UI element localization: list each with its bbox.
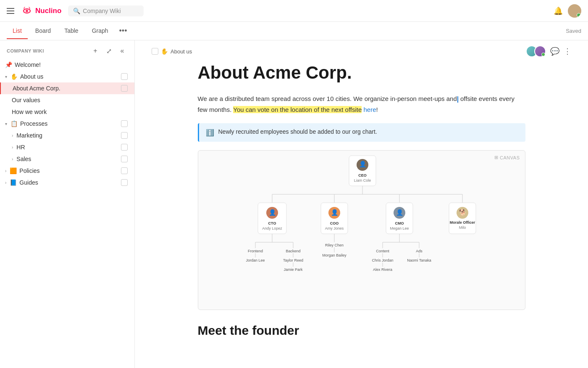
how-we-work-label: How we work <box>12 109 128 115</box>
svg-text:Jordan Lee: Jordan Lee <box>246 258 265 262</box>
chevron-right-icon-hr: › <box>12 145 13 150</box>
sidebar-item-guides[interactable]: › 📘 Guides <box>0 177 134 188</box>
wave-icon: ✋ <box>10 73 18 80</box>
more-options-button[interactable]: ⋮ <box>564 47 571 56</box>
about-acme-check[interactable] <box>121 85 128 92</box>
tab-more-button[interactable]: ••• <box>118 25 129 37</box>
sidebar-item-about-acme[interactable]: About Acme Corp. <box>0 82 134 94</box>
section-title-founder: Meet the founder <box>198 323 525 338</box>
saved-status: Saved <box>566 28 581 34</box>
svg-text:Taylor Reed: Taylor Reed <box>283 258 303 262</box>
breadcrumb-bar: ✋ About us 💬 ⋮ <box>135 40 588 62</box>
processes-label: Processes <box>20 120 118 127</box>
info-icon: ℹ️ <box>206 129 214 137</box>
tab-graph[interactable]: Graph <box>86 23 114 39</box>
svg-text:Frontend: Frontend <box>247 249 262 253</box>
policies-label: Policies <box>19 167 118 174</box>
search-bar[interactable]: 🔍 Company Wiki <box>68 5 144 16</box>
user-avatar[interactable] <box>568 4 581 18</box>
svg-text:Morgan Bailey: Morgan Bailey <box>322 253 346 257</box>
org-chart-svg: 👤 CEO Liam Cole <box>198 151 525 302</box>
sidebar-item-label: Welcome! <box>15 61 128 68</box>
content-inner: About Acme Corp. We are a distributed te… <box>181 62 542 355</box>
notifications-button[interactable]: 🔔 <box>554 6 563 16</box>
clipboard-icon: 📋 <box>10 120 18 127</box>
top-nav: Nuclino 🔍 Company Wiki 🔔 <box>0 0 588 22</box>
sidebar-actions: + ⤢ « <box>90 45 128 56</box>
sidebar-item-marketing[interactable]: › Marketing <box>0 130 134 141</box>
sidebar-add-button[interactable]: + <box>90 45 101 56</box>
svg-text:COO: COO <box>330 221 339 225</box>
content-area: ✋ About us 💬 ⋮ About Acme Corp. We are a… <box>135 40 588 368</box>
svg-text:Milo: Milo <box>459 225 466 230</box>
svg-text:Liam Cole: Liam Cole <box>354 178 371 183</box>
hamburger-button[interactable] <box>7 8 14 14</box>
chevron-right-icon-sales: › <box>12 157 13 161</box>
chevron-right-icon-marketing: › <box>12 133 13 138</box>
svg-text:Megan Lee: Megan Lee <box>390 226 409 230</box>
svg-text:Morale Officer: Morale Officer <box>449 220 475 225</box>
tab-board[interactable]: Board <box>29 23 57 39</box>
svg-point-1 <box>26 10 28 12</box>
sales-check[interactable] <box>121 156 128 162</box>
app-name: Nuclino <box>35 7 61 15</box>
svg-text:👤: 👤 <box>331 209 338 216</box>
org-chart-canvas: ⊞ CANVAS 👤 CEO Liam Cole <box>198 150 525 310</box>
chevron-right-icon-policies: › <box>5 169 6 173</box>
svg-text:Riley Chen: Riley Chen <box>325 243 343 247</box>
processes-check[interactable] <box>121 120 128 127</box>
info-text: Newly recruited employees should be adde… <box>218 128 377 135</box>
svg-text:👤: 👤 <box>268 209 276 216</box>
sidebar-item-sales[interactable]: › Sales <box>0 153 134 165</box>
tab-list[interactable]: List <box>7 23 28 39</box>
collaborators-group <box>526 45 546 57</box>
sidebar-item-about-us[interactable]: ▾ ✋ About us <box>0 71 134 82</box>
sidebar-item-welcome[interactable]: 📌 Welcome! <box>0 59 134 71</box>
svg-text:Content: Content <box>376 249 389 253</box>
svg-text:Ads: Ads <box>416 249 423 253</box>
sales-label: Sales <box>16 156 118 162</box>
here-link[interactable]: here <box>364 106 376 113</box>
body-text-1: We are a distributed team spread across … <box>198 95 457 102</box>
svg-text:Backend: Backend <box>286 249 300 253</box>
sidebar-title: COMPANY WIKI <box>7 48 87 53</box>
svg-text:Alex Rivera: Alex Rivera <box>373 267 392 272</box>
search-icon: 🔍 <box>73 8 80 14</box>
sidebar-item-hr[interactable]: › HR <box>0 141 134 153</box>
sidebar-collapse-button[interactable]: « <box>117 45 128 56</box>
guides-icon: 📘 <box>10 179 17 186</box>
sidebar-item-our-values[interactable]: Our values <box>0 94 134 106</box>
page-title: About Acme Corp. <box>198 62 525 83</box>
svg-text:👤: 👤 <box>396 209 403 216</box>
svg-text:👤: 👤 <box>359 161 366 168</box>
hr-label: HR <box>16 144 118 151</box>
breadcrumb-text: About us <box>171 48 192 55</box>
svg-text:Naomi Tanaka: Naomi Tanaka <box>407 258 431 262</box>
guides-check[interactable] <box>121 179 128 186</box>
svg-text:Andy Lopez: Andy Lopez <box>262 226 282 230</box>
svg-text:CEO: CEO <box>358 173 367 177</box>
breadcrumb-icon: ✋ <box>161 48 168 55</box>
logo[interactable]: Nuclino <box>21 5 61 17</box>
text-cursor-inline <box>457 96 458 103</box>
doc-toolbar: 💬 ⋮ <box>526 45 571 57</box>
sidebar-item-policies[interactable]: › 🟧 Policies <box>0 165 134 177</box>
about-us-check[interactable] <box>121 73 128 80</box>
sidebar-expand-button[interactable]: ⤢ <box>103 45 114 56</box>
comment-button[interactable]: 💬 <box>550 47 559 56</box>
our-values-label: Our values <box>12 97 128 103</box>
sidebar-item-processes[interactable]: ▾ 📋 Processes <box>0 118 134 130</box>
svg-text:Amy Jones: Amy Jones <box>325 226 344 230</box>
collaborator-avatar-2[interactable] <box>534 45 546 57</box>
hr-check[interactable] <box>121 144 128 151</box>
breadcrumb-checkbox[interactable] <box>152 48 158 55</box>
tab-table[interactable]: Table <box>58 23 84 39</box>
svg-text:CMO: CMO <box>395 221 404 225</box>
marketing-check[interactable] <box>121 132 128 139</box>
policies-check[interactable] <box>121 167 128 174</box>
breadcrumb: ✋ About us <box>152 48 192 55</box>
sidebar-item-how-we-work[interactable]: How we work <box>0 106 134 118</box>
chevron-down-icon: ▾ <box>5 74 7 79</box>
chevron-right-icon-guides: › <box>5 180 6 185</box>
svg-text:Jamie Park: Jamie Park <box>284 267 303 272</box>
